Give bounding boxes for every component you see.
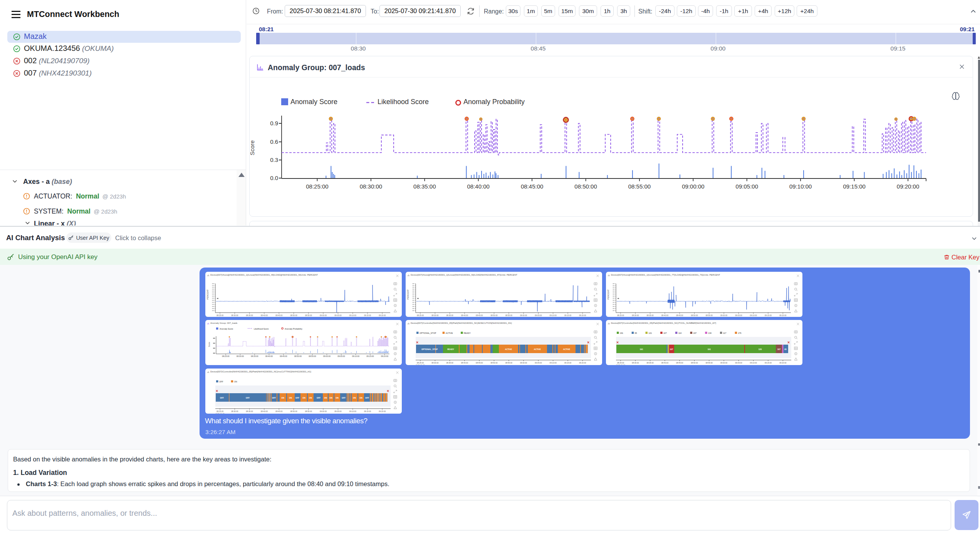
svg-text:08:50:00: 08:50:00 xyxy=(490,315,498,316)
svg-text:08:35:00: 08:35:00 xyxy=(646,362,654,364)
svg-text:08:25:00: 08:25:00 xyxy=(417,315,424,316)
svg-text:08:35:00: 08:35:00 xyxy=(446,315,453,316)
svg-text:134: 134 xyxy=(708,332,712,334)
svg-text:08:35:00: 08:35:00 xyxy=(246,315,253,316)
svg-text:08:25:00: 08:25:00 xyxy=(617,362,624,364)
svg-text:167: 167 xyxy=(693,332,697,334)
svg-text:ON: ON xyxy=(302,397,305,399)
svg-text:09:10:00: 09:10:00 xyxy=(349,411,357,412)
svg-text:08:55:00: 08:55:00 xyxy=(305,411,312,412)
svg-text:PERCENT: PERCENT xyxy=(607,289,609,300)
svg-text:08:45:00: 08:45:00 xyxy=(275,315,283,316)
svg-text:OFF: OFF xyxy=(365,397,369,399)
svg-text:114: 114 xyxy=(678,332,681,334)
svg-text:08:50:00: 08:50:00 xyxy=(290,315,297,316)
svg-text:OFF: OFF xyxy=(317,397,321,399)
svg-text:08:55:00: 08:55:00 xyxy=(706,362,713,364)
svg-text:09:10:00: 09:10:00 xyxy=(349,315,357,316)
svg-text:09:15:00: 09:15:00 xyxy=(765,362,772,364)
svg-text:PERCENT: PERCENT xyxy=(206,289,209,300)
svg-text:117: 117 xyxy=(723,332,726,334)
svg-text:2025-07-30: 2025-07-30 xyxy=(215,413,225,414)
svg-text:2025-07-30: 2025-07-30 xyxy=(616,364,625,365)
svg-text:09:20:00: 09:20:00 xyxy=(779,362,787,364)
svg-text:09:15:00: 09:15:00 xyxy=(765,315,772,316)
svg-text:08:55:00: 08:55:00 xyxy=(505,362,513,364)
svg-text:09:20:00: 09:20:00 xyxy=(579,362,586,364)
svg-text:08:55:00: 08:55:00 xyxy=(305,315,312,316)
svg-text:09:20:00: 09:20:00 xyxy=(579,315,586,316)
svg-text:09:15:00: 09:15:00 xyxy=(564,315,572,316)
svg-text:09:15:00: 09:15:00 xyxy=(364,411,371,412)
svg-text:09:05:00: 09:05:00 xyxy=(535,362,542,364)
svg-text:191: 191 xyxy=(620,332,623,334)
svg-text:PERCENT: PERCENT xyxy=(407,289,409,300)
svg-text:08:45:00: 08:45:00 xyxy=(280,355,287,357)
svg-text:08:50:00: 08:50:00 xyxy=(691,315,698,316)
svg-text:09:20:00: 09:20:00 xyxy=(381,355,389,357)
svg-text:09:10:00: 09:10:00 xyxy=(550,315,557,316)
svg-text:08:45:00: 08:45:00 xyxy=(275,411,283,412)
svg-text:120: 120 xyxy=(758,348,762,350)
svg-text:08:45:00: 08:45:00 xyxy=(476,362,483,364)
svg-text:09:20:00: 09:20:00 xyxy=(379,315,386,316)
svg-text:09:05:00: 09:05:00 xyxy=(735,315,742,316)
svg-text:OFF: OFF xyxy=(295,397,299,399)
svg-text:ON: ON xyxy=(234,380,237,383)
svg-text:OPTIONAL_STOP: OPTIONAL_STOP xyxy=(421,348,438,350)
svg-text:ACTIVE: ACTIVE xyxy=(505,348,512,350)
svg-text:ON: ON xyxy=(329,397,332,399)
svg-text:08:30:00: 08:30:00 xyxy=(632,315,639,316)
svg-text:107: 107 xyxy=(663,332,667,334)
svg-text:09:05:00: 09:05:00 xyxy=(337,355,345,357)
svg-text:08:50:00: 08:50:00 xyxy=(691,362,698,364)
svg-text:08:55:00: 08:55:00 xyxy=(706,315,713,316)
svg-text:08:25:00: 08:25:00 xyxy=(216,411,224,412)
svg-text:08:40:00: 08:40:00 xyxy=(265,355,273,357)
svg-text:09:00:00: 09:00:00 xyxy=(320,411,327,412)
svg-text:08:50:00: 08:50:00 xyxy=(490,362,498,364)
svg-text:ON: ON xyxy=(359,397,362,399)
svg-text:ON: ON xyxy=(353,397,356,399)
svg-text:191: 191 xyxy=(640,348,643,350)
svg-text:ACTIVE: ACTIVE xyxy=(563,348,571,350)
svg-text:08:40:00: 08:40:00 xyxy=(461,315,468,316)
svg-text:08:50:00: 08:50:00 xyxy=(290,411,297,412)
svg-text:08:30:00: 08:30:00 xyxy=(431,362,439,364)
svg-text:Anomaly Probability: Anomaly Probability xyxy=(285,328,302,330)
svg-text:08:45:00: 08:45:00 xyxy=(476,315,483,316)
svg-text:08:40:00: 08:40:00 xyxy=(261,315,268,316)
svg-text:09:20:00: 09:20:00 xyxy=(779,315,787,316)
svg-text:08:40:00: 08:40:00 xyxy=(261,411,268,412)
svg-text:09:05:00: 09:05:00 xyxy=(334,411,342,412)
svg-text:65: 65 xyxy=(635,332,637,334)
svg-text:09:10:00: 09:10:00 xyxy=(352,355,360,357)
svg-text:ON: ON xyxy=(281,397,284,399)
svg-text:08:40:00: 08:40:00 xyxy=(661,362,669,364)
svg-text:09:15:00: 09:15:00 xyxy=(564,362,572,364)
svg-text:09:10:00: 09:10:00 xyxy=(750,315,757,316)
svg-text:08:40:00: 08:40:00 xyxy=(461,362,468,364)
svg-text:08:30:00: 08:30:00 xyxy=(632,362,639,364)
svg-text:OFF: OFF xyxy=(246,397,250,399)
svg-text:08:25:00: 08:25:00 xyxy=(417,362,424,364)
svg-text:107: 107 xyxy=(670,348,673,350)
svg-text:08:55:00: 08:55:00 xyxy=(309,355,316,357)
svg-text:OFF: OFF xyxy=(342,397,346,399)
svg-text:09:10:00: 09:10:00 xyxy=(750,362,757,364)
svg-text:OFF: OFF xyxy=(219,380,223,383)
svg-text:ON: ON xyxy=(309,397,312,399)
svg-text:09:05:00: 09:05:00 xyxy=(735,362,742,364)
svg-text:167: 167 xyxy=(777,348,781,350)
svg-text:08:35:00: 08:35:00 xyxy=(251,355,258,357)
svg-text:OPTIONAL_STOP: OPTIONAL_STOP xyxy=(420,332,436,334)
svg-text:08:25:00: 08:25:00 xyxy=(216,315,224,316)
svg-text:OFF: OFF xyxy=(220,397,224,399)
svg-text:09:05:00: 09:05:00 xyxy=(334,315,342,316)
svg-text:08:35:00: 08:35:00 xyxy=(246,411,253,412)
svg-text:08:35:00: 08:35:00 xyxy=(646,315,654,316)
svg-text:ACTIVE: ACTIVE xyxy=(446,332,453,334)
svg-text:09:00:00: 09:00:00 xyxy=(323,355,331,357)
svg-text:READY: READY xyxy=(447,348,454,350)
svg-text:READY: READY xyxy=(464,332,471,334)
